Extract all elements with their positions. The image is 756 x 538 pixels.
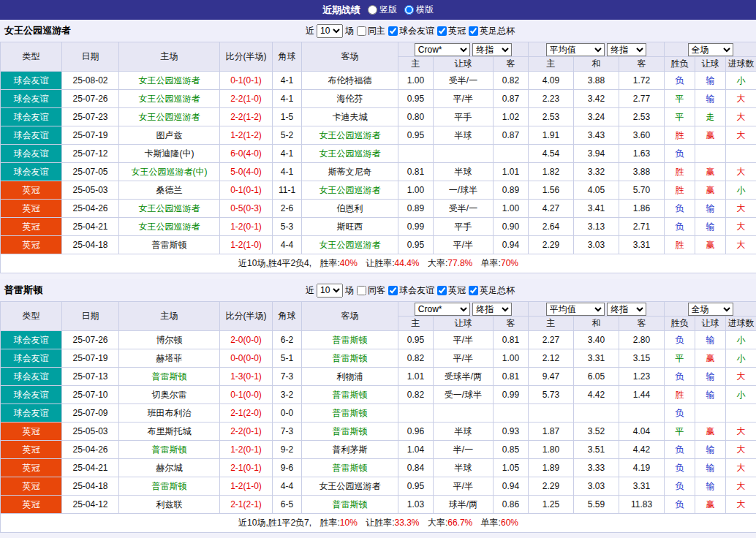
odds-handicap: 球半/两 bbox=[434, 496, 494, 514]
league-friendly-option[interactable]: 球会友谊 bbox=[388, 284, 434, 297]
final-odds-select[interactable]: 终指 bbox=[472, 43, 512, 56]
result: 平 bbox=[665, 90, 695, 108]
layout-vertical-radio[interactable] bbox=[368, 5, 377, 15]
odds-home: 0.80 bbox=[398, 108, 434, 126]
average-select[interactable]: 平均值 bbox=[546, 43, 605, 56]
average-select[interactable]: 平均值 bbox=[546, 303, 605, 316]
corner-score: 4-1 bbox=[273, 90, 302, 108]
avg-draw: 3.13 bbox=[574, 218, 619, 236]
score: 1-2(0-1) bbox=[220, 218, 273, 236]
league-badge: 球会友谊 bbox=[1, 404, 62, 423]
bookmaker-select[interactable]: Crow* bbox=[415, 43, 470, 56]
table-head: 类型 日期 主场 比分(半场) 角球 客场 Crow* 终指 平均值 终指 bbox=[1, 302, 756, 331]
goals-result: 大 bbox=[726, 368, 756, 386]
team-name: 女王公园巡游者 bbox=[0, 24, 71, 37]
col-score: 比分(半场) bbox=[220, 302, 273, 331]
handicap-result: 输 bbox=[695, 386, 726, 404]
handicap-result: 赢 bbox=[695, 236, 726, 254]
avg-home: 1.80 bbox=[529, 441, 574, 459]
goals-result: 大 bbox=[726, 218, 756, 236]
avg-away bbox=[619, 404, 665, 423]
league-badge: 球会友谊 bbox=[1, 386, 62, 404]
odds-away: 1.02 bbox=[494, 108, 529, 126]
league-championship-option[interactable]: 英冠 bbox=[436, 284, 466, 297]
sub-home-odds: 主 bbox=[398, 317, 434, 331]
away-team: 斯旺西 bbox=[302, 218, 398, 236]
avg-draw: 3.41 bbox=[574, 200, 619, 218]
result: 负 bbox=[665, 72, 695, 90]
away-team: 女王公园巡游者 bbox=[302, 236, 398, 254]
result: 负 bbox=[665, 441, 695, 459]
score: 2-0(0-0) bbox=[220, 331, 273, 349]
league-badge: 英冠 bbox=[1, 477, 62, 496]
avg-away: 3.31 bbox=[619, 236, 665, 254]
goals-result: 大 bbox=[726, 90, 756, 108]
match-row: 球会友谊25-07-23女王公园巡游者2-2(1-2)1-5卡迪夫城0.80平手… bbox=[1, 108, 756, 126]
league-facup-option[interactable]: 英足总杯 bbox=[468, 25, 515, 37]
avg-home: 1.89 bbox=[529, 459, 574, 477]
league-friendly-checkbox[interactable] bbox=[388, 286, 398, 295]
avg-draw: 3.94 bbox=[574, 145, 619, 163]
layout-vertical-option[interactable]: 竖版 bbox=[368, 4, 397, 16]
league-facup-option[interactable]: 英足总杯 bbox=[468, 284, 515, 297]
away-team: 布伦特福德 bbox=[302, 72, 398, 90]
bookmaker-select[interactable]: Crow* bbox=[415, 303, 470, 316]
final-odds-select-2[interactable]: 终指 bbox=[607, 303, 646, 316]
matches-tbody: 球会友谊25-07-26博尔顿2-0(0-0)6-2普雷斯顿0.95平/半0.8… bbox=[1, 331, 756, 514]
summary-prefix: 近10场,胜4平2负4, bbox=[238, 258, 311, 268]
home-team: 女王公园巡游者 bbox=[119, 108, 220, 126]
league-championship-checkbox[interactable] bbox=[437, 286, 447, 295]
goals-result: 大 bbox=[726, 441, 756, 459]
league-badge: 球会友谊 bbox=[1, 331, 62, 349]
result: 负 bbox=[665, 404, 695, 423]
avg-away: 2.80 bbox=[619, 331, 665, 349]
fulltime-select[interactable]: 全场 bbox=[688, 43, 733, 56]
same-venue-option[interactable]: 同客 bbox=[356, 284, 385, 297]
same-venue-checkbox[interactable] bbox=[357, 26, 366, 36]
league-badge: 英冠 bbox=[1, 181, 62, 200]
col-corner: 角球 bbox=[273, 302, 302, 331]
same-venue-label: 同主 bbox=[368, 25, 385, 37]
odds-handicap: 受球半/两 bbox=[434, 368, 494, 386]
league-championship-checkbox[interactable] bbox=[437, 26, 447, 36]
sub-goals: 进球数 bbox=[726, 57, 756, 72]
match-date: 25-04-26 bbox=[62, 441, 119, 459]
final-odds-select[interactable]: 终指 bbox=[472, 303, 512, 316]
away-team: 普雷斯顿 bbox=[302, 386, 398, 404]
same-venue-checkbox[interactable] bbox=[357, 286, 366, 295]
odds-home: 0.95 bbox=[398, 90, 434, 108]
same-venue-option[interactable]: 同主 bbox=[356, 25, 385, 37]
odds-away: 1.00 bbox=[494, 349, 529, 368]
filter-bar: 普雷斯顿 近 10 场 同客 球会友谊 英冠 bbox=[0, 279, 756, 301]
section-divider bbox=[0, 273, 756, 279]
away-team: 普雷斯顿 bbox=[302, 423, 398, 441]
result: 平 bbox=[665, 349, 695, 368]
match-count-select[interactable]: 10 bbox=[317, 24, 343, 38]
final-odds-select-2[interactable]: 终指 bbox=[607, 43, 646, 56]
league-championship-option[interactable]: 英冠 bbox=[436, 25, 466, 37]
match-count-select[interactable]: 10 bbox=[317, 284, 343, 298]
sub-handicap-result: 让球 bbox=[695, 317, 726, 331]
layout-horizontal-radio[interactable] bbox=[404, 5, 414, 15]
handicap-result: 输 bbox=[695, 368, 726, 386]
home-team: 利兹联 bbox=[119, 496, 220, 514]
fulltime-select[interactable]: 全场 bbox=[688, 303, 733, 316]
away-team: 女王公园巡游者 bbox=[302, 145, 398, 163]
avg-home: 1.25 bbox=[529, 496, 574, 514]
layout-horizontal-option[interactable]: 横版 bbox=[404, 4, 434, 16]
away-team: 普雷斯顿 bbox=[302, 349, 398, 368]
avg-away: 2.77 bbox=[619, 90, 665, 108]
result: 胜 bbox=[665, 236, 695, 254]
odds-home: 0.95 bbox=[398, 477, 434, 496]
avg-home: 2.23 bbox=[529, 90, 574, 108]
league-badge: 球会友谊 bbox=[1, 145, 62, 163]
league-friendly-option[interactable]: 球会友谊 bbox=[388, 25, 434, 37]
odds-handicap: 半球 bbox=[434, 423, 494, 441]
league-facup-checkbox[interactable] bbox=[469, 286, 478, 295]
corner-score: 6-2 bbox=[273, 331, 302, 349]
odds-away: 0.93 bbox=[494, 423, 529, 441]
avg-draw: 3.03 bbox=[574, 236, 619, 254]
league-facup-checkbox[interactable] bbox=[469, 26, 478, 36]
sub-result: 胜负 bbox=[665, 317, 695, 331]
league-friendly-checkbox[interactable] bbox=[388, 26, 398, 36]
